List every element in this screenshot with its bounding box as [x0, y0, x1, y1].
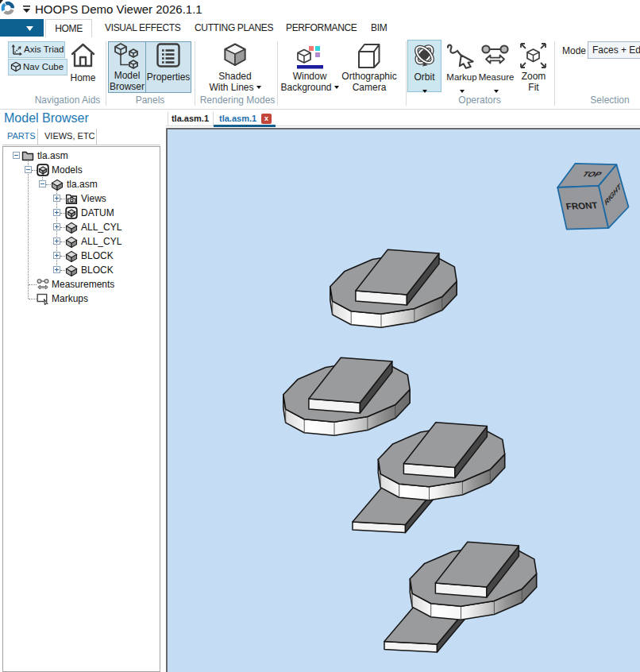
svg-text:FRONT: FRONT	[565, 200, 599, 210]
